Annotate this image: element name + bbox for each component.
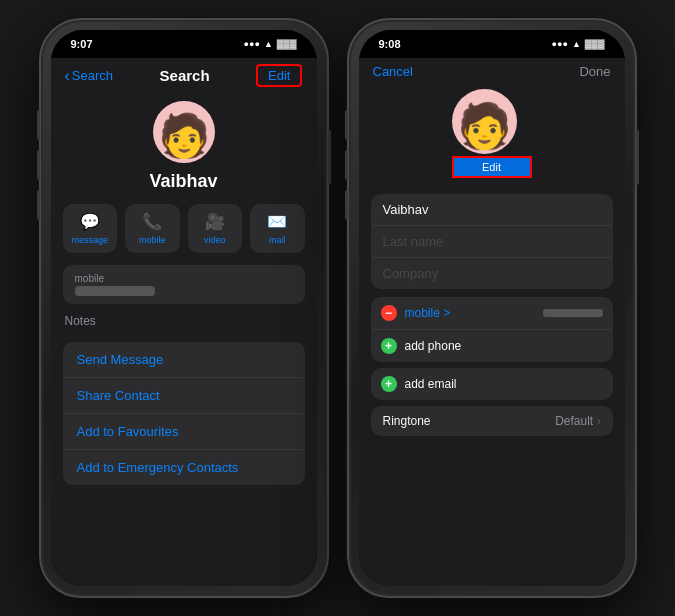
phone-number-blurred-2 [543, 309, 603, 317]
mobile-label: mobile [139, 235, 166, 245]
ringtone-row[interactable]: Ringtone Default › [371, 406, 613, 436]
avatar-1: 🧑 [153, 101, 215, 163]
add-email-button[interactable]: + [381, 376, 397, 392]
action-buttons: 💬 message 📞 mobile 🎥 video ✉️ mail [51, 204, 317, 265]
wifi-icon-2: ▲ [572, 39, 581, 49]
battery-icon-1: ▓▓▓ [277, 39, 297, 49]
edit-button-1[interactable]: Edit [256, 64, 302, 87]
notes-label: Notes [63, 314, 305, 332]
phone-2: 9:08 ●●● ▲ ▓▓▓ Cancel Done 🧑 Edit [347, 18, 637, 598]
signal-icon-1: ●●● [244, 39, 260, 49]
edit-photo-button[interactable]: Edit [452, 156, 532, 178]
video-icon: 🎥 [205, 212, 225, 231]
edit-fields: Vaibhav Last name Company [371, 194, 613, 289]
email-fields-section: + add email [371, 368, 613, 400]
contact-name-1: Vaibhav [149, 171, 217, 192]
nav-title-1: Search [160, 67, 210, 84]
add-phone-button[interactable]: + [381, 338, 397, 354]
back-button-1[interactable]: ‹ Search [65, 67, 114, 85]
video-label: video [204, 235, 226, 245]
phone-1-screen: 9:07 ●●● ▲ ▓▓▓ ‹ Search Search Edit 🧑 [51, 30, 317, 586]
add-to-favourites-item[interactable]: Add to Favourites [63, 414, 305, 450]
status-icons-1: ●●● ▲ ▓▓▓ [244, 39, 297, 49]
edit-screen: Cancel Done 🧑 Edit Vaibhav Last n [359, 58, 625, 586]
cancel-button[interactable]: Cancel [373, 64, 413, 79]
mail-icon: ✉️ [267, 212, 287, 231]
ringtone-value: Default [555, 414, 593, 428]
mobile-number-blurred [75, 286, 155, 296]
phone-2-screen: 9:08 ●●● ▲ ▓▓▓ Cancel Done 🧑 Edit [359, 30, 625, 586]
add-phone-label: add phone [405, 339, 462, 353]
mail-label: mail [269, 235, 286, 245]
contact-screen: ‹ Search Search Edit 🧑 Vaibhav 💬 message [51, 58, 317, 586]
ringtone-chevron-icon: › [597, 416, 600, 427]
done-button[interactable]: Done [579, 64, 610, 79]
wifi-icon-1: ▲ [264, 39, 273, 49]
mobile-phone-label: mobile > [405, 306, 543, 320]
add-phone-row[interactable]: + add phone [371, 330, 613, 362]
edit-avatar-emoji: 🧑 [457, 100, 512, 152]
add-email-row[interactable]: + add email [371, 368, 613, 400]
share-contact-item[interactable]: Share Contact [63, 378, 305, 414]
ringtone-value-group: Default › [555, 414, 600, 428]
send-message-item[interactable]: Send Message [63, 342, 305, 378]
message-button[interactable]: 💬 message [63, 204, 118, 253]
add-to-emergency-item[interactable]: Add to Emergency Contacts [63, 450, 305, 485]
notch-2 [432, 30, 552, 54]
back-label-1: Search [72, 68, 113, 83]
last-name-field[interactable]: Last name [371, 226, 613, 258]
phone-1: 9:07 ●●● ▲ ▓▓▓ ‹ Search Search Edit 🧑 [39, 18, 329, 598]
video-button[interactable]: 🎥 video [188, 204, 243, 253]
first-name-value: Vaibhav [383, 202, 429, 217]
signal-icon-2: ●●● [552, 39, 568, 49]
mobile-field-row: mobile [63, 265, 305, 304]
status-icons-2: ●●● ▲ ▓▓▓ [552, 39, 605, 49]
company-placeholder: Company [383, 266, 439, 281]
mobile-phone-row[interactable]: − mobile > [371, 297, 613, 330]
edit-avatar-wrapper: 🧑 Edit [452, 89, 532, 178]
status-time-1: 9:07 [71, 38, 93, 50]
mobile-field-group: mobile [63, 265, 305, 304]
edit-nav: Cancel Done [359, 58, 625, 85]
message-label: message [71, 235, 108, 245]
phone-fields-section: − mobile > + add phone [371, 297, 613, 362]
edit-avatar: 🧑 [452, 89, 517, 154]
status-time-2: 9:08 [379, 38, 401, 50]
phone-icon: 📞 [142, 212, 162, 231]
notes-section: Notes [63, 314, 305, 332]
nav-bar-1: ‹ Search Search Edit [51, 58, 317, 93]
back-arrow-icon-1: ‹ [65, 67, 70, 85]
contact-actions-list: Send Message Share Contact Add to Favour… [63, 342, 305, 485]
mobile-field-label: mobile [75, 273, 293, 284]
notch-1 [124, 30, 244, 54]
battery-icon-2: ▓▓▓ [585, 39, 605, 49]
contact-header: 🧑 Vaibhav [51, 93, 317, 204]
first-name-field[interactable]: Vaibhav [371, 194, 613, 226]
last-name-placeholder: Last name [383, 234, 444, 249]
add-email-label: add email [405, 377, 457, 391]
remove-phone-button[interactable]: − [381, 305, 397, 321]
name-fields-group: Vaibhav Last name Company [371, 194, 613, 289]
avatar-emoji-1: 🧑 [158, 115, 210, 157]
edit-avatar-section: 🧑 Edit [359, 85, 625, 188]
message-icon: 💬 [80, 212, 100, 231]
company-field[interactable]: Company [371, 258, 613, 289]
mail-button[interactable]: ✉️ mail [250, 204, 305, 253]
mobile-call-button[interactable]: 📞 mobile [125, 204, 180, 253]
ringtone-label: Ringtone [383, 414, 431, 428]
